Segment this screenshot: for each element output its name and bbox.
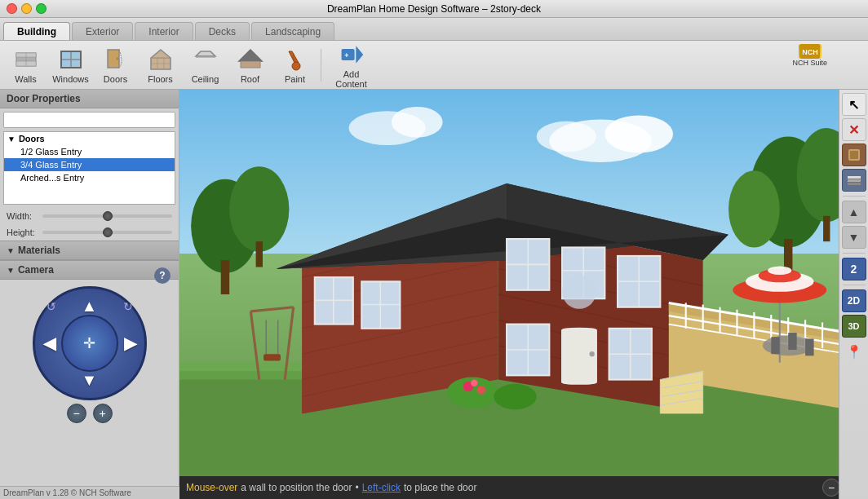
width-slider-thumb[interactable] [103,211,113,221]
tree-parent-doors[interactable]: ▼ Doors [4,132,175,145]
windows-label: Windows [52,74,89,84]
svg-rect-116 [264,354,281,360]
svg-point-122 [476,386,485,394]
svg-point-34 [229,166,289,252]
3d-view-button[interactable]: 3D [842,315,866,338]
svg-marker-23 [356,46,363,63]
door-properties-header[interactable]: Door Properties [0,90,179,108]
height-label: Height: [7,227,39,237]
camera-rotate-left-icon[interactable]: ↺ [46,300,56,313]
move-down-button[interactable]: ▼ [842,226,866,249]
select-tool-button[interactable]: ↖ [842,93,866,116]
nch-suite-button[interactable]: NCH NCH Suite [792,44,827,86]
maximize-button[interactable] [36,3,46,14]
width-slider-track[interactable] [42,214,172,218]
roof-tool[interactable]: Roof [228,42,272,88]
doors-label: Doors [104,74,127,84]
materials-arrow: ▼ [7,246,15,255]
materials-title: Materials [18,245,60,256]
camera-arrow: ▼ [7,266,15,275]
ceiling-icon [193,46,219,73]
compass-center[interactable]: ✛ [61,315,118,372]
ceiling-tool[interactable]: Ceiling [183,42,228,88]
camera-header[interactable]: ▼ Camera ? [0,261,179,280]
close-button[interactable] [7,3,17,14]
delete-button[interactable]: ✕ [842,118,866,141]
zoom-in-button[interactable]: + [93,404,113,423]
window-title: DreamPlan Home Design Software – 2story-… [327,3,541,15]
nch-suite-icon: NCH [799,44,822,59]
materials-header[interactable]: ▼ Materials [0,241,179,260]
pin-button[interactable]: 📍 [842,340,866,363]
camera-rotate-right-icon[interactable]: ↻ [123,300,133,313]
svg-point-29 [537,121,596,152]
door-properties-content: ▼ Doors 1/2 Glass Entry 3/4 Glass Entry … [0,108,179,208]
svg-marker-15 [196,51,215,56]
left-panel: Door Properties ▼ Doors 1/2 Glass Entry … [0,90,179,499]
camera-up-arrow[interactable]: ▲ [82,297,98,316]
camera-left-arrow[interactable]: ◀ [43,333,55,353]
status-separator: • [355,482,358,493]
tab-interior[interactable]: Interior [135,22,193,40]
tab-building[interactable]: Building [3,22,70,40]
door-tree: ▼ Doors 1/2 Glass Entry 3/4 Glass Entry … [3,131,175,205]
walls-tool[interactable]: Walls [3,42,48,88]
status-text2: to place the door [404,482,476,493]
add-content-tool[interactable]: + Add Content [325,42,378,88]
status-left-click[interactable]: Left-click [362,482,401,493]
svg-rect-39 [823,216,830,241]
title-bar: DreamPlan Home Design Software – 2story-… [0,0,868,18]
svg-point-79 [562,275,596,309]
svg-line-115 [250,307,293,311]
tab-exterior[interactable]: Exterior [72,22,133,40]
door-properties-title: Door Properties [7,93,81,104]
2d-view-button[interactable]: 2D [842,289,866,312]
layers-button[interactable] [842,169,866,192]
minimize-button[interactable] [21,3,32,14]
floor-2-button[interactable]: 2 [842,258,866,280]
door-search-input[interactable] [3,112,175,128]
move-up-button[interactable]: ▲ [842,201,866,223]
add-content-icon: + [339,42,365,68]
help-button[interactable]: ? [154,267,170,284]
paint-tool[interactable]: Paint [272,42,317,88]
svg-point-28 [604,115,673,152]
tree-item-three-quarter-glass[interactable]: 3/4 Glass Entry [4,158,175,171]
roof-label: Roof [241,74,259,84]
svg-point-123 [471,380,477,386]
house-illustration [179,90,868,499]
status-mouse-over: Mouse-over [186,482,237,493]
windows-tool[interactable]: Windows [48,42,93,88]
toolbar-divider-1 [843,196,866,197]
svg-rect-110 [771,337,779,354]
height-slider-thumb[interactable] [103,227,113,237]
svg-marker-10 [151,50,170,69]
height-slider-track[interactable] [42,231,172,234]
walls-icon [13,46,39,73]
3d-view[interactable]: Mouse-over a wall to position the door •… [179,90,868,499]
tab-decks[interactable]: Decks [195,22,250,40]
zoom-out-button[interactable]: − [67,404,86,423]
material-button[interactable] [842,144,866,166]
compass-ring[interactable]: ▲ ▼ ◀ ▶ ↺ ↻ ✛ [33,286,147,400]
toolbar-divider-3 [843,285,866,285]
tab-bar: Building Exterior Interior Decks Landsca… [0,18,868,41]
zoom-controls: − + [67,404,113,423]
tree-item-half-glass[interactable]: 1/2 Glass Entry [4,145,175,158]
floors-tool[interactable]: Floors [138,42,183,88]
camera-right-arrow[interactable]: ▶ [124,333,136,353]
svg-point-9 [116,57,118,60]
windows-icon [58,46,84,73]
svg-marker-20 [239,50,262,61]
view-zoom-out[interactable]: − [822,479,840,497]
doors-tool[interactable]: Doors [93,42,138,88]
main-area: Door Properties ▼ Doors 1/2 Glass Entry … [0,90,868,499]
tab-landscaping[interactable]: Landscaping [251,22,334,40]
camera-down-arrow[interactable]: ▼ [82,371,98,390]
tree-item-arched-entry[interactable]: Arched...s Entry [4,171,175,184]
svg-rect-33 [221,260,229,294]
svg-point-21 [292,62,300,70]
paint-icon [282,46,308,73]
footer: DreamPlan v 1.28 © NCH Software [0,486,179,499]
floors-icon [148,46,174,73]
